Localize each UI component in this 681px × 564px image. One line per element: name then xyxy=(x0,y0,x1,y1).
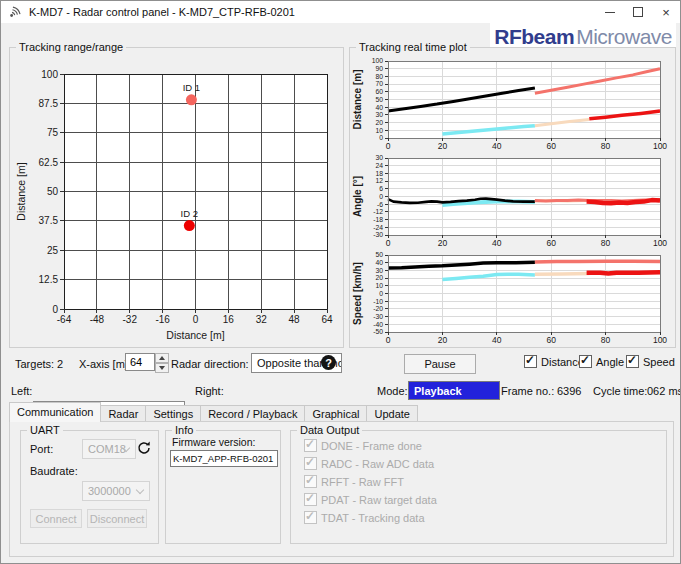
done-label: DONE - Frame done xyxy=(321,440,422,452)
mode-value: Playback xyxy=(414,385,462,397)
communication-panel: UART Port: COM18 Baudrate: 3000000 Conne… xyxy=(9,421,674,557)
svg-text:-6: -6 xyxy=(377,201,383,208)
pdat-checkbox xyxy=(304,493,317,506)
svg-text:24: 24 xyxy=(375,162,383,169)
tab-bar: Communication Radar Settings Record / Pl… xyxy=(9,403,417,422)
svg-text:87.5: 87.5 xyxy=(39,98,59,109)
svg-text:75: 75 xyxy=(47,127,59,138)
svg-text:20: 20 xyxy=(438,141,448,151)
mode-label: Mode: xyxy=(377,385,408,397)
svg-text:Angle [°]: Angle [°] xyxy=(352,176,363,217)
uart-group: UART Port: COM18 Baudrate: 3000000 Conne… xyxy=(20,430,159,544)
svg-text:30: 30 xyxy=(375,155,383,161)
svg-text:100: 100 xyxy=(653,141,667,151)
rfft-checkbox xyxy=(304,475,317,488)
close-icon: × xyxy=(662,5,670,20)
svg-text:40: 40 xyxy=(375,259,383,266)
angle-toggle[interactable]: Angle xyxy=(579,355,624,368)
spin-up-icon xyxy=(159,356,165,360)
speed-toggle[interactable]: Speed xyxy=(626,355,675,368)
xaxis-input[interactable] xyxy=(125,353,155,371)
app-window: K-MD7 - Radar control panel - K-MD7_CTP-… xyxy=(0,0,681,564)
maximize-button[interactable] xyxy=(624,1,652,23)
svg-text:80: 80 xyxy=(375,73,383,80)
svg-text:40: 40 xyxy=(492,238,502,248)
xaxis-spin-up[interactable] xyxy=(155,353,169,363)
svg-text:30: 30 xyxy=(375,267,383,274)
svg-text:Distance [m]: Distance [m] xyxy=(166,329,224,341)
realtime-plot-group-title: Tracking real time plot xyxy=(356,41,470,54)
tab-graphical[interactable]: Graphical xyxy=(304,405,367,422)
mode-field[interactable]: Playback xyxy=(408,381,500,400)
svg-text:0: 0 xyxy=(386,141,391,151)
title-bar: K-MD7 - Radar control panel - K-MD7_CTP-… xyxy=(1,1,680,23)
firmware-version-field: K-MD7_APP-RFB-0201 xyxy=(170,450,278,467)
svg-text:12.5: 12.5 xyxy=(39,274,59,285)
pdat-label: PDAT - Raw target data xyxy=(321,494,437,506)
left-select-label: Left: xyxy=(11,385,32,397)
svg-text:0: 0 xyxy=(386,238,391,248)
svg-text:60: 60 xyxy=(375,88,383,95)
svg-text:Distance [m]: Distance [m] xyxy=(352,69,363,129)
svg-text:90: 90 xyxy=(375,65,383,72)
refresh-ports-icon[interactable] xyxy=(136,440,152,456)
close-button[interactable]: × xyxy=(652,1,680,23)
svg-text:0: 0 xyxy=(52,304,58,315)
speed-checkbox[interactable] xyxy=(626,355,639,368)
svg-text:32: 32 xyxy=(256,314,268,325)
svg-text:25: 25 xyxy=(47,245,59,256)
svg-text:6: 6 xyxy=(379,185,383,192)
data-output-group-title: Data Output xyxy=(297,424,362,437)
help-button[interactable]: ? xyxy=(321,355,336,370)
svg-text:40: 40 xyxy=(375,104,383,111)
tracking-range-group: Tracking range/range -64-48-32-160163248… xyxy=(9,47,344,348)
minimize-button[interactable] xyxy=(596,1,624,23)
tab-settings[interactable]: Settings xyxy=(145,405,201,422)
svg-text:80: 80 xyxy=(601,238,611,248)
svg-text:-30: -30 xyxy=(373,231,383,238)
maximize-icon xyxy=(633,7,643,17)
svg-text:20: 20 xyxy=(438,335,448,345)
pause-button[interactable]: Pause xyxy=(404,354,476,374)
angle-checkbox[interactable] xyxy=(579,355,592,368)
cycle-time-label: Cycle time: xyxy=(593,385,647,397)
tab-communication[interactable]: Communication xyxy=(9,402,101,422)
svg-text:30: 30 xyxy=(375,111,383,118)
rfft-output-row: RFFT - Raw FFT xyxy=(304,475,404,488)
svg-text:ID 1: ID 1 xyxy=(183,82,200,93)
tab-radar[interactable]: Radar xyxy=(100,405,146,422)
angle-toggle-label: Angle xyxy=(596,356,624,368)
svg-text:18: 18 xyxy=(375,170,383,177)
svg-text:-64: -64 xyxy=(57,314,72,325)
info-group: Info Firmware version: K-MD7_APP-RFB-020… xyxy=(165,430,281,544)
svg-text:50: 50 xyxy=(47,186,59,197)
svg-text:70: 70 xyxy=(375,80,383,87)
port-label: Port: xyxy=(30,443,53,455)
xaxis-label: X-axis [m]: xyxy=(79,358,131,370)
frame-no-value: 6396 xyxy=(557,385,581,397)
minimize-icon xyxy=(605,12,615,13)
targets-label: Targets: xyxy=(15,358,54,370)
radc-label: RADC - Raw ADC data xyxy=(321,458,434,470)
pdat-output-row: PDAT - Raw target data xyxy=(304,493,437,506)
xaxis-spin-down[interactable] xyxy=(155,363,169,373)
distance-toggle[interactable]: Distance xyxy=(524,355,584,368)
svg-text:80: 80 xyxy=(601,141,611,151)
baudrate-label: Baudrate: xyxy=(30,465,78,477)
svg-text:-32: -32 xyxy=(123,314,138,325)
svg-text:40: 40 xyxy=(492,141,502,151)
frame-no-label: Frame no.: xyxy=(501,385,554,397)
tab-update[interactable]: Update xyxy=(366,405,417,422)
svg-text:-40: -40 xyxy=(373,321,383,328)
svg-text:0: 0 xyxy=(379,134,383,141)
distance-checkbox[interactable] xyxy=(524,355,537,368)
tracking-range-plot: -64-48-32-16016324864012.52537.55062.575… xyxy=(12,58,339,344)
xaxis-spinner xyxy=(125,353,169,373)
svg-text:37.5: 37.5 xyxy=(39,215,59,226)
cycle-time-value: 062 ms xyxy=(647,385,681,397)
done-output-row: DONE - Frame done xyxy=(304,439,422,452)
baudrate-value: 3000000 xyxy=(88,485,131,497)
firmware-version-value: K-MD7_APP-RFB-0201 xyxy=(173,453,273,464)
tab-record-playback[interactable]: Record / Playback xyxy=(200,405,305,422)
firmware-version-label: Firmware version: xyxy=(172,436,255,448)
